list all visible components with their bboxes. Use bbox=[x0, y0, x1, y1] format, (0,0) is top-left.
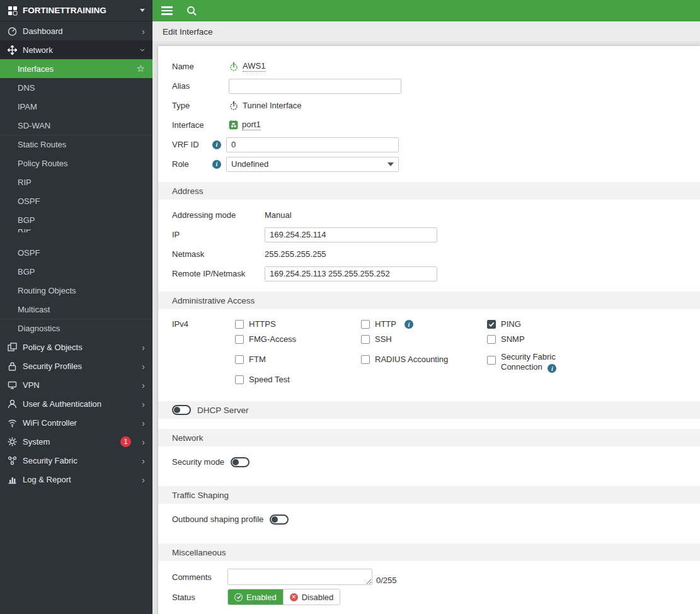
checkbox-security-fabric-connection[interactable]: Security Fabric Connection i bbox=[487, 352, 594, 373]
main-area: Edit Interface Name AWS1 Alias bbox=[152, 0, 700, 614]
sidebar-item-user-authentication[interactable]: User & Authentication › bbox=[0, 394, 152, 413]
checkbox-label: Security Fabric Connection i bbox=[501, 352, 570, 373]
vrf-input[interactable] bbox=[226, 137, 399, 152]
comments-label: Comments bbox=[172, 572, 227, 582]
checkbox-http[interactable]: HTTP i bbox=[361, 317, 487, 332]
checkbox-box[interactable] bbox=[361, 320, 370, 329]
section-header-address: Address bbox=[158, 182, 700, 200]
checkbox-label: SNMP bbox=[501, 334, 525, 344]
checkbox-box[interactable] bbox=[361, 335, 370, 344]
sidebar-item-label: Routing Objects bbox=[18, 286, 76, 295]
comments-textarea[interactable] bbox=[227, 569, 372, 585]
logo-row[interactable]: FORTINETTRAINING bbox=[0, 0, 152, 21]
sidebar-item-sdwan[interactable]: SD-WAN bbox=[0, 116, 152, 135]
ip-label: IP bbox=[172, 230, 265, 239]
form-row-role: Role i Undefined bbox=[172, 156, 686, 172]
ip-input[interactable] bbox=[265, 227, 437, 242]
sidebar-item-bgp[interactable]: BGP bbox=[0, 210, 152, 229]
hamburger-menu-icon[interactable] bbox=[161, 6, 173, 15]
form-row-outbound-shaping: Outbound shaping profile bbox=[172, 511, 686, 527]
chevron-right-icon: › bbox=[142, 456, 145, 465]
vrf-label: VRF ID bbox=[172, 140, 212, 149]
checkbox-fmg-access[interactable]: FMG-Access bbox=[235, 332, 361, 347]
status-disabled-label: Disabled bbox=[302, 593, 334, 602]
sidebar-item-bgp-2[interactable]: BGP bbox=[0, 262, 152, 281]
sidebar-item-label: DNS bbox=[18, 83, 35, 93]
checkbox-ssh[interactable]: SSH bbox=[361, 332, 487, 347]
checkbox-speed-test[interactable]: Speed Test bbox=[235, 372, 361, 387]
checkbox-radius-accounting[interactable]: RADIUS Accounting bbox=[361, 352, 487, 367]
logo-text: FORTINETTRAINING bbox=[23, 6, 106, 15]
checkbox-box[interactable] bbox=[235, 320, 244, 329]
netmask-label: Netmask bbox=[172, 249, 265, 259]
sidebar-item-label: OSPF bbox=[18, 196, 40, 206]
sidebar-item-security-profiles[interactable]: Security Profiles › bbox=[0, 356, 152, 375]
sidebar-item-log-report[interactable]: Log & Report › bbox=[0, 470, 152, 489]
checkbox-box[interactable] bbox=[487, 335, 496, 344]
role-select[interactable]: Undefined bbox=[226, 157, 399, 172]
info-icon[interactable]: i bbox=[548, 364, 556, 373]
checkbox-label: RADIUS Accounting bbox=[375, 355, 448, 365]
gear-icon bbox=[8, 437, 17, 446]
alias-input[interactable] bbox=[229, 79, 401, 94]
sidebar-item-routing-objects[interactable]: Routing Objects bbox=[0, 281, 152, 300]
sidebar-item-rip-clipped[interactable]: RIP bbox=[0, 229, 152, 243]
info-icon[interactable]: i bbox=[212, 140, 221, 149]
form-row-security-mode: Security mode bbox=[172, 454, 686, 470]
star-icon[interactable]: ☆ bbox=[137, 63, 145, 74]
sidebar-item-security-fabric[interactable]: Security Fabric › bbox=[0, 451, 152, 470]
sidebar-item-ipam[interactable]: IPAM bbox=[0, 97, 152, 116]
sidebar-item-multicast[interactable]: Multicast bbox=[0, 300, 152, 319]
checkbox-box-checked[interactable] bbox=[487, 320, 496, 329]
sidebar-item-vpn[interactable]: VPN › bbox=[0, 375, 152, 394]
info-icon[interactable]: i bbox=[212, 160, 221, 169]
checkbox-box[interactable] bbox=[235, 375, 244, 384]
check-circle-icon bbox=[234, 593, 243, 601]
chevron-right-icon: › bbox=[142, 418, 145, 428]
sidebar-item-policy-routes[interactable]: Policy Routes bbox=[0, 154, 152, 173]
sidebar-item-diagnostics[interactable]: Diagnostics bbox=[0, 319, 152, 338]
logo-caret-icon[interactable] bbox=[140, 9, 145, 12]
interface-name-link[interactable]: AWS1 bbox=[229, 61, 265, 72]
checkbox-box[interactable] bbox=[235, 335, 244, 344]
status-label: Status bbox=[172, 593, 227, 602]
status-disabled-button[interactable]: ✕ Disabled bbox=[283, 589, 340, 605]
sidebar-item-wifi-controller[interactable]: WiFi Controller › bbox=[0, 413, 152, 432]
search-icon[interactable] bbox=[186, 6, 197, 16]
chevron-right-icon: › bbox=[142, 26, 145, 36]
status-enabled-button[interactable]: Enabled bbox=[228, 589, 283, 605]
chevron-right-icon: › bbox=[142, 437, 145, 446]
dhcp-server-toggle[interactable] bbox=[172, 405, 191, 415]
checkbox-ping[interactable]: PING bbox=[487, 317, 594, 332]
remote-ip-input[interactable] bbox=[265, 266, 437, 281]
sidebar-item-label: Policy & Objects bbox=[23, 343, 83, 352]
sidebar-item-label: RIP bbox=[18, 178, 32, 187]
sidebar-item-interfaces[interactable]: Interfaces ☆ bbox=[0, 59, 152, 78]
tunnel-icon bbox=[229, 62, 239, 72]
info-icon[interactable]: i bbox=[405, 320, 413, 329]
sidebar-item-ospf[interactable]: OSPF bbox=[0, 191, 152, 210]
sidebar-item-system[interactable]: System 1 › bbox=[0, 432, 152, 451]
sidebar-item-network[interactable]: Network › bbox=[0, 40, 152, 59]
checkbox-box[interactable] bbox=[361, 355, 370, 364]
parent-interface-link[interactable]: port1 bbox=[229, 120, 261, 130]
section-title: Administrative Access bbox=[172, 296, 255, 305]
security-mode-toggle[interactable] bbox=[231, 457, 250, 467]
checkbox-box[interactable] bbox=[235, 355, 244, 364]
status-segmented-control: Enabled ✕ Disabled bbox=[227, 589, 340, 605]
notification-badge: 1 bbox=[120, 436, 131, 447]
sidebar-item-dns[interactable]: DNS bbox=[0, 78, 152, 97]
sidebar-item-policy-objects[interactable]: Policy & Objects › bbox=[0, 338, 152, 356]
checkbox-ftm[interactable]: FTM bbox=[235, 352, 361, 367]
chevron-down-icon: › bbox=[139, 48, 148, 52]
sidebar-item-ospf-2[interactable]: OSPF bbox=[0, 243, 152, 262]
checkbox-box[interactable] bbox=[487, 356, 496, 365]
addressing-mode-label: Addressing mode bbox=[172, 210, 265, 220]
sidebar-item-rip[interactable]: RIP bbox=[0, 173, 152, 191]
sidebar-item-static-routes[interactable]: Static Routes bbox=[0, 135, 152, 154]
form-row-type: Type Tunnel Interface bbox=[172, 98, 686, 113]
sidebar-item-dashboard[interactable]: Dashboard › bbox=[0, 21, 152, 40]
checkbox-snmp[interactable]: SNMP bbox=[487, 332, 594, 347]
outbound-shaping-toggle[interactable] bbox=[270, 515, 289, 525]
checkbox-https[interactable]: HTTPS bbox=[235, 317, 361, 332]
